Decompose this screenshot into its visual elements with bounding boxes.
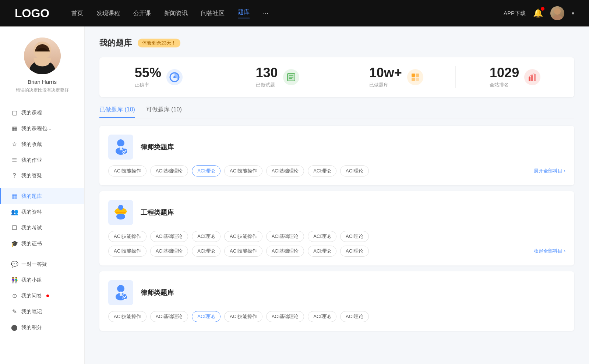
qbank-tag[interactable]: ACI技能操作: [108, 231, 147, 242]
sidebar-item-my-qa[interactable]: ⊙ 我的问答: [0, 288, 84, 304]
sidebar-item-qna[interactable]: ? 我的答疑: [0, 168, 84, 183]
question-icon: ?: [11, 172, 18, 179]
qbank-tag-active[interactable]: ACI理论: [192, 311, 221, 322]
stat-banks-value: 10w+: [369, 66, 402, 79]
exams-icon: ☐: [11, 224, 18, 231]
homework-icon: ☰: [11, 157, 18, 164]
qbank-tag[interactable]: ACI技能操作: [224, 165, 262, 176]
qbank-tag[interactable]: ACI理论: [192, 246, 221, 257]
stat-ranking-label: 全站排名: [490, 82, 519, 88]
qbank-tag[interactable]: ACI理论: [340, 231, 369, 242]
stat-ranking-value: 1029: [490, 66, 519, 79]
qbank-tag[interactable]: ACI基础理论: [266, 246, 304, 257]
profile-bio: 错误的决定比没有决定要好: [16, 87, 69, 93]
svg-rect-17: [534, 74, 536, 81]
svg-rect-30: [120, 292, 122, 296]
sidebar-item-one-on-one[interactable]: 💬 一对一答疑: [0, 256, 84, 272]
svg-rect-13: [412, 78, 415, 81]
qbank-tag[interactable]: ACI技能操作: [224, 311, 262, 322]
qbank-tag[interactable]: ACI理论: [308, 165, 336, 176]
stat-done-label: 已做试题: [256, 82, 278, 88]
nav-open-course[interactable]: 公开课: [133, 10, 151, 17]
qbank-tag[interactable]: ACI基础理论: [150, 311, 188, 322]
accuracy-icon: [166, 69, 183, 85]
sidebar-item-certificates[interactable]: 🎓 我的证书: [0, 236, 84, 251]
qbank-tag[interactable]: ACI基础理论: [150, 246, 188, 257]
navbar-right: APP下载 🔔 ▾: [504, 6, 574, 20]
nav-courses[interactable]: 发现课程: [96, 10, 120, 17]
svg-point-1: [552, 15, 562, 20]
avatar-image: [550, 6, 564, 20]
qbank-tag[interactable]: ACI技能操作: [108, 246, 147, 257]
qbank-tag[interactable]: ACI技能操作: [108, 165, 147, 176]
qbank-tags-row-1: ACI技能操作 ACI基础理论 ACI理论 ACI技能操作 ACI基础理论 AC…: [108, 165, 565, 176]
sidebar-item-favorites[interactable]: ☆ 我的收藏: [0, 136, 84, 152]
svg-point-18: [117, 139, 124, 147]
qbank-collapse-2[interactable]: 收起全部科目 ›: [534, 248, 565, 254]
qbank-card-lawyer-2: 律师类题库 ACI技能操作 ACI基础理论 ACI理论 ACI技能操作 ACI基…: [99, 271, 574, 331]
qbank-tag[interactable]: ACI理论: [340, 165, 369, 176]
nav-qa[interactable]: 问答社区: [201, 10, 225, 17]
stat-accuracy: 55% 正确率: [99, 66, 218, 88]
notes-icon: ✎: [11, 308, 18, 315]
nav-qbank[interactable]: 题库: [238, 8, 250, 18]
qbank-icon: ▦: [11, 193, 18, 200]
nav-menu: 首页 发现课程 公开课 新闻资讯 问答社区 题库 ···: [71, 8, 504, 18]
stats-row: 55% 正确率 130 已做试题: [99, 57, 574, 97]
qbank-tag[interactable]: ACI基础理论: [150, 231, 188, 242]
sidebar-item-course-packages[interactable]: ▦ 我的课程包...: [0, 121, 84, 136]
qbank-tag[interactable]: ACI理论: [340, 246, 369, 257]
qbank-tag[interactable]: ACI基础理论: [266, 165, 304, 176]
done-banks-icon: [407, 69, 423, 85]
sidebar-item-my-courses[interactable]: ▢ 我的课程: [0, 105, 84, 121]
qbank-tag[interactable]: ACI技能操作: [224, 231, 262, 242]
svg-point-5: [173, 76, 176, 78]
svg-rect-20: [120, 146, 122, 150]
sidebar-item-notes[interactable]: ✎ 我的笔记: [0, 304, 84, 320]
page-title: 我的题库: [99, 38, 132, 49]
avatar-image: [24, 38, 61, 74]
user-dropdown-arrow[interactable]: ▾: [572, 10, 574, 16]
qbank-tag[interactable]: ACI理论: [192, 231, 221, 242]
svg-rect-14: [416, 78, 419, 81]
nav-news[interactable]: 新闻资讯: [164, 10, 188, 17]
page-header: 我的题库 体验剩余23天！: [99, 38, 574, 49]
sidebar-item-exams[interactable]: ☐ 我的考试: [0, 220, 84, 236]
sidebar-item-qbank[interactable]: ▦ 我的题库: [0, 188, 84, 204]
materials-icon: 👥: [11, 208, 18, 215]
qbank-tag[interactable]: ACI基础理论: [266, 231, 304, 242]
logo[interactable]: LOGO: [15, 7, 49, 20]
qbank-tag[interactable]: ACI理论: [308, 311, 336, 322]
nav-more[interactable]: ···: [263, 10, 268, 17]
tab-done-banks[interactable]: 已做题库 (10): [99, 106, 135, 118]
qbank-tag[interactable]: ACI理论: [308, 246, 336, 257]
navbar: LOGO 首页 发现课程 公开课 新闻资讯 问答社区 题库 ··· APP下载 …: [0, 0, 589, 26]
qbank-tag-active[interactable]: ACI理论: [192, 165, 221, 176]
main-content: 我的题库 体验剩余23天！ 55% 正确率: [85, 26, 589, 364]
tab-available-banks[interactable]: 可做题库 (10): [146, 106, 182, 118]
trial-badge: 体验剩余23天！: [138, 39, 180, 47]
sidebar-profile: Brian Harris 错误的决定比没有决定要好: [0, 38, 84, 101]
done-questions-icon: [283, 69, 299, 85]
profile-avatar[interactable]: [24, 38, 61, 74]
notification-bell[interactable]: 🔔: [533, 8, 543, 18]
stat-accuracy-label: 正确率: [135, 82, 161, 88]
app-download-button[interactable]: APP下载: [504, 10, 526, 17]
sidebar-item-homework[interactable]: ☰ 我的作业: [0, 152, 84, 168]
qbank-expand-1[interactable]: 展开全部科目 ›: [534, 168, 565, 174]
stat-done-value: 130: [256, 66, 278, 79]
page-layout: Brian Harris 错误的决定比没有决定要好 ▢ 我的课程 ▦ 我的课程包…: [0, 0, 589, 364]
sidebar-item-groups[interactable]: 👫 我的小组: [0, 272, 84, 288]
sidebar-menu: ▢ 我的课程 ▦ 我的课程包... ☆ 我的收藏 ☰ 我的作业 ? 我的答疑 ▦: [0, 105, 84, 335]
qbank-tag[interactable]: ACI理论: [308, 231, 336, 242]
qbank-tag[interactable]: ACI技能操作: [108, 311, 147, 322]
sidebar-item-materials[interactable]: 👥 我的资料: [0, 204, 84, 220]
user-avatar[interactable]: [550, 6, 564, 20]
qbank-tag[interactable]: ACI技能操作: [224, 246, 262, 257]
sidebar-item-points[interactable]: ⬤ 我的积分: [0, 320, 84, 335]
nav-home[interactable]: 首页: [71, 10, 83, 17]
qa-badge: [46, 295, 49, 297]
qbank-tag[interactable]: ACI理论: [340, 311, 369, 322]
qbank-tag[interactable]: ACI基础理论: [266, 311, 304, 322]
qbank-tag[interactable]: ACI基础理论: [150, 165, 188, 176]
